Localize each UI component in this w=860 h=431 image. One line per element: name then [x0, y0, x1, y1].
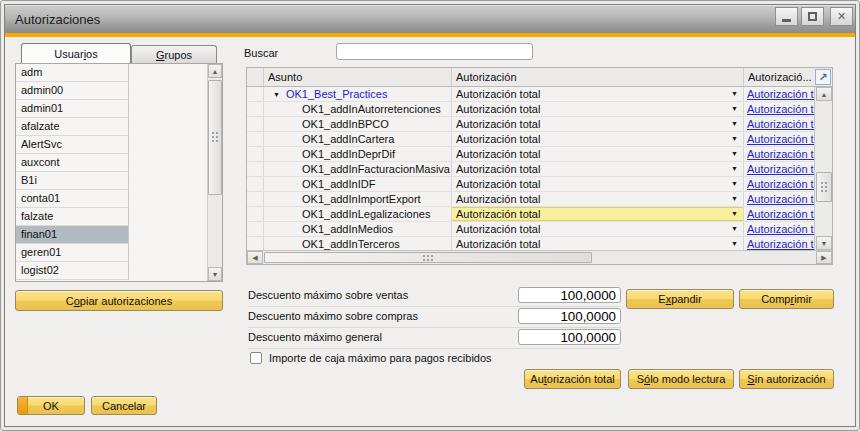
- row-selector-cell[interactable]: [247, 87, 264, 101]
- cancel-button[interactable]: Cancelar: [91, 396, 157, 415]
- user-list-item[interactable]: falzate: [16, 208, 222, 226]
- user-list-item[interactable]: logist02: [16, 262, 222, 280]
- authorization-link[interactable]: Autorización total: [747, 178, 816, 190]
- subject-label: OK1_addInAutorretenciones: [302, 103, 441, 115]
- full-authorization-button[interactable]: Autorización total: [524, 369, 621, 389]
- authorization-cell[interactable]: Autorización total▼: [452, 132, 744, 146]
- max-sales-discount-input[interactable]: [518, 287, 621, 303]
- row-selector-cell[interactable]: [247, 177, 264, 191]
- scroll-left-icon[interactable]: ◀: [247, 251, 263, 264]
- tab-grupos[interactable]: Grupos: [131, 45, 217, 63]
- user-list-item[interactable]: afalzate: [16, 118, 222, 136]
- authorization-link[interactable]: Autorización total: [747, 133, 816, 145]
- collapse-triangle-icon[interactable]: ▼: [273, 91, 280, 98]
- dropdown-arrow-icon[interactable]: ▼: [731, 135, 738, 142]
- row-selector-cell[interactable]: [247, 207, 264, 221]
- dropdown-arrow-icon[interactable]: ▼: [731, 225, 738, 232]
- authorization-cell[interactable]: Autorización total▼: [452, 207, 744, 221]
- user-list-item[interactable]: finan01: [16, 226, 222, 244]
- user-name: geren01: [16, 244, 129, 262]
- subject-label: OK1_addInIDF: [302, 178, 375, 190]
- expand-form-icon[interactable]: ↗: [815, 69, 831, 85]
- dropdown-arrow-icon[interactable]: ▼: [731, 90, 738, 97]
- read-only-button[interactable]: Sólo modo lectura: [628, 369, 734, 389]
- ok-button[interactable]: OK: [17, 396, 85, 415]
- user-name: AlertSvc: [16, 136, 129, 154]
- dropdown-arrow-icon[interactable]: ▼: [731, 240, 738, 247]
- scroll-right-icon[interactable]: ▶: [816, 251, 832, 264]
- authorization-cell[interactable]: Autorización total▼: [452, 87, 744, 101]
- no-authorization-button[interactable]: Sin autorización: [739, 369, 834, 389]
- tab-usuarios[interactable]: Usuarios: [21, 43, 131, 63]
- max-general-discount-input[interactable]: [518, 329, 621, 345]
- scroll-down-icon[interactable]: ▼: [208, 267, 222, 281]
- maximize-button[interactable]: [801, 7, 824, 26]
- dropdown-arrow-icon[interactable]: ▼: [731, 150, 738, 157]
- scroll-up-icon[interactable]: ▲: [816, 87, 832, 101]
- collapse-button[interactable]: Comprimir: [739, 289, 834, 309]
- row-selector-cell[interactable]: [247, 237, 264, 251]
- user-list-rows: admadmin00admin01afalzateAlertSvcauxcont…: [16, 64, 222, 280]
- scroll-down-icon[interactable]: ▼: [816, 236, 832, 250]
- authorization-cell[interactable]: Autorización total▼: [452, 177, 744, 191]
- user-list-item[interactable]: geren01: [16, 244, 222, 262]
- user-list-item[interactable]: admin01: [16, 100, 222, 118]
- dropdown-arrow-icon[interactable]: ▼: [731, 210, 738, 217]
- title-bar[interactable]: Autorizaciones ✕: [5, 5, 856, 33]
- dropdown-arrow-icon[interactable]: ▼: [731, 120, 738, 127]
- authorization-link[interactable]: Autorización total: [747, 223, 816, 235]
- row-selector-cell[interactable]: [247, 222, 264, 236]
- authorization-cell[interactable]: Autorización total▼: [452, 192, 744, 206]
- authorization-link[interactable]: Autorización total: [747, 118, 816, 130]
- minimize-button[interactable]: [775, 7, 798, 26]
- authorization-link[interactable]: Autorización total: [747, 193, 816, 205]
- expand-button[interactable]: Expandir: [626, 289, 734, 309]
- row-selector-cell[interactable]: [247, 162, 264, 176]
- user-name: admin00: [16, 82, 129, 100]
- dropdown-arrow-icon[interactable]: ▼: [731, 195, 738, 202]
- user-list-item[interactable]: adm: [16, 64, 222, 82]
- dropdown-arrow-icon[interactable]: ▼: [731, 165, 738, 172]
- row-selector-cell[interactable]: [247, 132, 264, 146]
- scroll-up-icon[interactable]: ▲: [208, 64, 222, 78]
- search-input[interactable]: [336, 43, 533, 60]
- user-list-item[interactable]: auxcont: [16, 154, 222, 172]
- close-button[interactable]: ✕: [830, 7, 853, 26]
- dropdown-arrow-icon[interactable]: ▼: [731, 180, 738, 187]
- row-selector-cell[interactable]: [247, 147, 264, 161]
- row-selector-cell[interactable]: [247, 117, 264, 131]
- subject-cell: OK1_addInDeprDif: [264, 147, 452, 161]
- dropdown-arrow-icon[interactable]: ▼: [731, 105, 738, 112]
- tab-usuarios-label: Usuarios: [54, 48, 97, 60]
- subject-cell: OK1_addInAutorretenciones: [264, 102, 452, 116]
- table-vscroll-thumb[interactable]: [816, 172, 832, 202]
- authorization-cell[interactable]: Autorización total▼: [452, 222, 744, 236]
- authorization-cell[interactable]: Autorización total▼: [452, 117, 744, 131]
- copy-authorizations-button[interactable]: Copiar autorizaciones: [15, 290, 223, 311]
- user-list-scrollbar[interactable]: ▲ ▼: [207, 64, 222, 281]
- user-list-item[interactable]: AlertSvc: [16, 136, 222, 154]
- authorization-cell[interactable]: Autorización total▼: [452, 237, 744, 251]
- authorization-link[interactable]: Autorización total: [747, 88, 816, 100]
- row-selector-cell[interactable]: [247, 102, 264, 116]
- user-list-item[interactable]: B1i: [16, 172, 222, 190]
- user-list-scroll-thumb[interactable]: [208, 80, 222, 195]
- authorization-cell[interactable]: Autorización total▼: [452, 102, 744, 116]
- authorization-link[interactable]: Autorización total: [747, 208, 816, 220]
- max-purchase-discount-input[interactable]: [518, 308, 621, 324]
- row-selector-cell[interactable]: [247, 192, 264, 206]
- authorization-value: Autorización total: [456, 238, 540, 250]
- authorization-link[interactable]: Autorización total: [747, 103, 816, 115]
- authorization-link[interactable]: Autorización total: [747, 148, 816, 160]
- authorization-link[interactable]: Autorización total: [747, 163, 816, 175]
- table-hscroll-thumb[interactable]: [264, 252, 592, 263]
- authorization-link[interactable]: Autorización total: [747, 238, 816, 250]
- authorization-cell[interactable]: Autorización total▼: [452, 162, 744, 176]
- user-list-item[interactable]: conta01: [16, 190, 222, 208]
- table-vertical-scrollbar[interactable]: ▲ ▼: [814, 87, 832, 250]
- user-name: conta01: [16, 190, 129, 208]
- table-horizontal-scrollbar[interactable]: ◀ ▶: [247, 250, 832, 264]
- authorization-cell[interactable]: Autorización total▼: [452, 147, 744, 161]
- user-list-item[interactable]: admin00: [16, 82, 222, 100]
- checkbox-icon[interactable]: [250, 352, 262, 364]
